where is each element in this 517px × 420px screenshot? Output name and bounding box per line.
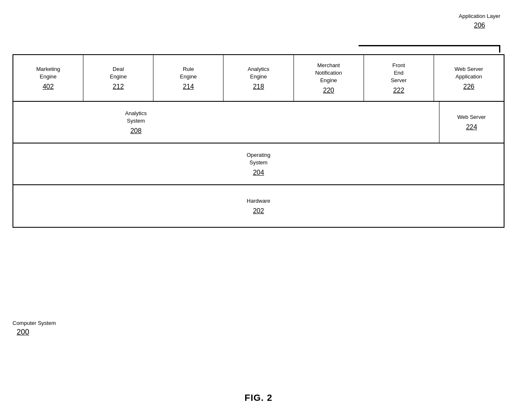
front-end-server-cell: FrontEndServer 222 (364, 55, 434, 101)
os-label: OperatingSystem (246, 151, 270, 166)
hardware-row: Hardware 202 (13, 185, 504, 227)
hardware-inner: Hardware 202 (247, 197, 270, 215)
fig-caption: FIG. 2 (244, 392, 272, 403)
front-end-server-label: FrontEndServer (391, 62, 407, 85)
web-server-app-number: 226 (463, 83, 474, 91)
web-server-app-label: Web ServerApplication (454, 65, 483, 80)
merchant-notification-cell: MerchantNotificationEngine 220 (294, 55, 364, 101)
computer-system-text: Computer System (13, 320, 56, 326)
rule-engine-cell: RuleEngine 214 (153, 55, 223, 101)
application-row: MarketingEngine 402 DealEngine 212 RuleE… (13, 55, 504, 102)
web-server-app-cell: Web ServerApplication 226 (434, 55, 504, 101)
middle-spacer (258, 102, 439, 143)
web-server-cell: Web Server 224 (439, 102, 504, 143)
deal-engine-cell: DealEngine 212 (83, 55, 153, 101)
analytics-engine-number: 218 (253, 83, 264, 91)
os-inner: OperatingSystem 204 (246, 151, 270, 176)
web-server-label: Web Server (457, 113, 486, 121)
computer-system-label: Computer System 200 (13, 320, 56, 337)
app-layer-bracket-vertical (499, 45, 500, 53)
middle-row: AnalyticsSystem 208 Web Server 224 (13, 102, 504, 143)
os-number: 204 (253, 169, 264, 176)
marketing-engine-label: MarketingEngine (36, 65, 60, 80)
rule-engine-label: RuleEngine (180, 65, 197, 80)
deal-engine-number: 212 (113, 83, 124, 91)
front-end-server-number: 222 (393, 87, 404, 94)
app-layer-number: 206 (459, 21, 500, 30)
os-row: OperatingSystem 204 (13, 143, 504, 185)
analytics-engine-cell: AnalyticsEngine 218 (223, 55, 294, 101)
app-layer-text: Application Layer (459, 13, 500, 19)
app-layer-bracket-line (359, 45, 500, 46)
page-container: Application Layer 206 MarketingEngine 40… (0, 0, 517, 420)
app-layer-label: Application Layer 206 (459, 13, 500, 30)
web-server-number: 224 (466, 123, 477, 131)
deal-engine-label: DealEngine (110, 65, 126, 80)
analytics-system-label: AnalyticsSystem (125, 110, 147, 125)
analytics-system-cell: AnalyticsSystem 208 (13, 102, 258, 143)
marketing-engine-cell: MarketingEngine 402 (13, 55, 83, 101)
main-diagram: MarketingEngine 402 DealEngine 212 RuleE… (13, 54, 504, 228)
analytics-engine-label: AnalyticsEngine (248, 65, 269, 80)
hardware-label: Hardware (247, 197, 270, 205)
analytics-system-number: 208 (131, 127, 142, 135)
rule-engine-number: 214 (183, 83, 194, 91)
merchant-notification-label: MerchantNotificationEngine (315, 62, 342, 85)
computer-system-number: 200 (17, 328, 56, 337)
hardware-number: 202 (253, 207, 264, 215)
merchant-notification-number: 220 (323, 87, 334, 94)
marketing-engine-number: 402 (43, 83, 54, 91)
